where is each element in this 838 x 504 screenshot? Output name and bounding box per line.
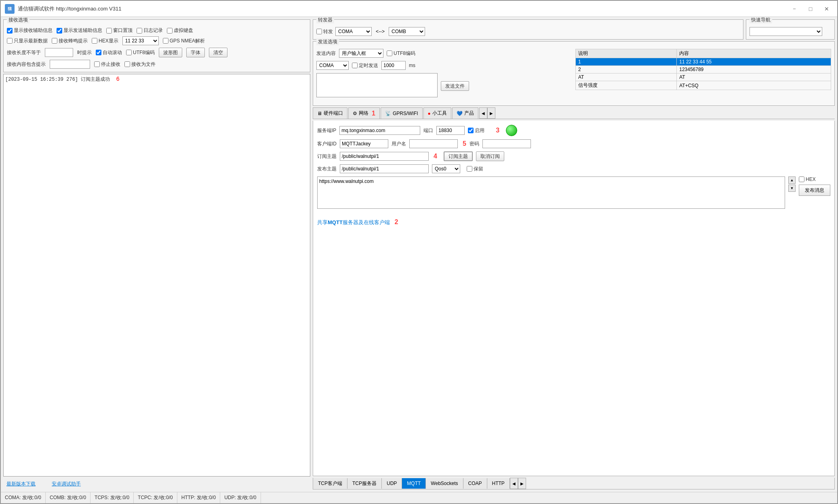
log-record-checkbox[interactable]: 日志记录 [137, 27, 163, 34]
port-label: 端口 [423, 127, 433, 134]
username-input[interactable] [409, 139, 458, 148]
gprs-icon: 📡 [385, 111, 391, 116]
send-options-title: 发送选项 [316, 38, 339, 45]
table-row[interactable]: 1 11 22 33 44 55 [576, 58, 831, 66]
content-remind-input[interactable] [50, 60, 90, 69]
status-coma: COMA: 发/收:0/0 [1, 492, 46, 503]
server-ip-input[interactable] [339, 126, 420, 135]
new-version-link[interactable]: 最新版本下载 [6, 481, 36, 487]
tab-prev-arrow[interactable]: ◀ [479, 107, 487, 119]
table-row[interactable]: 2 123456789 [576, 66, 831, 74]
send-port-select[interactable]: COMA [316, 61, 349, 70]
quick-nav-select[interactable] [750, 27, 822, 36]
hardware-port-icon: 🖥 [317, 111, 322, 116]
table-row[interactable]: 信号强度 AT+CSQ [576, 81, 831, 90]
subscribe-topic-label: 订阅主题 [317, 153, 337, 160]
function-tab-bar: 🖥 硬件端口 ⚙ 网络 1 📡 GPRS/WIFI ● 小工具 💙 [313, 107, 835, 119]
step-6-number: 6 [116, 76, 119, 82]
maximize-button[interactable]: □ [804, 4, 817, 14]
receive-options-group: 接收选项 显示接收辅助信息 显示发送辅助信息 [3, 19, 310, 72]
show-latest-checkbox[interactable]: 只显示最新数据 [7, 38, 48, 44]
window-top-checkbox[interactable]: 窗口置顶 [106, 27, 133, 34]
retain-checkbox[interactable]: 保留 [467, 166, 483, 172]
password-input[interactable] [482, 139, 531, 148]
receive-area: [2023-09-15 16:25:39 276] 订阅主题成功 6 [3, 74, 310, 477]
hex-select[interactable]: 11 22 33 [122, 36, 159, 45]
proto-tab-tcp-client[interactable]: TCP客户端 [313, 478, 347, 489]
proto-tab-udp[interactable]: UDP [382, 478, 402, 489]
tab-network[interactable]: ⚙ 网络 1 [348, 107, 380, 119]
tab-next-arrow[interactable]: ▶ [487, 107, 495, 119]
table-cell-content: 123456789 [677, 66, 831, 74]
hex-display-checkbox[interactable]: HEX显示 [92, 38, 118, 44]
send-text-area[interactable] [316, 73, 438, 97]
network-icon: ⚙ [353, 111, 357, 116]
client-id-input[interactable] [340, 139, 388, 148]
scroll-up-button[interactable]: ▲ [788, 176, 796, 184]
virtual-keyboard-checkbox[interactable]: 虚拟键盘 [167, 27, 193, 34]
forwarder-title: 转发器 [316, 17, 334, 23]
send-utf8-checkbox[interactable]: UTF8编码 [387, 50, 415, 57]
bottom-links: 最新版本下载 安卓调试助手 [3, 478, 310, 489]
beep-checkbox[interactable]: 接收蜂鸣提示 [52, 38, 88, 44]
close-button[interactable]: ✕ [820, 4, 833, 14]
waveform-button[interactable]: 波形图 [159, 48, 182, 57]
scroll-down-button[interactable]: ▼ [788, 185, 796, 192]
minimize-button[interactable]: － [788, 4, 801, 14]
shared-mqtt-link[interactable]: 共享MQTT服务器及在线客户端 [317, 219, 391, 225]
ms-label: ms [409, 63, 415, 68]
subscribe-button[interactable]: 订阅主题 [444, 151, 473, 161]
proto-tab-tcp-server[interactable]: TCP服务器 [347, 478, 382, 489]
auto-scroll-checkbox[interactable]: 自动滚动 [96, 49, 122, 56]
publish-content-area[interactable]: https://www.walnutpi.com [317, 176, 785, 209]
timed-ms-input[interactable] [381, 61, 406, 70]
subscribe-topic-input[interactable] [340, 152, 429, 161]
publish-message-button[interactable]: 发布消息 [799, 185, 830, 196]
utf8-checkbox[interactable]: UTF8编码 [126, 49, 155, 56]
status-http: HTTP: 发/收:0/0 [177, 492, 220, 503]
proto-tab-websockets[interactable]: WebSockets [426, 478, 463, 489]
proto-tab-http[interactable]: HTTP [487, 478, 510, 489]
publish-topic-input[interactable] [340, 164, 429, 173]
quick-send-table-area: 说明 内容 1 11 22 33 44 55 2 [575, 49, 831, 102]
unsubscribe-button[interactable]: 取消订阅 [476, 151, 504, 161]
proto-prev-arrow[interactable]: ◀ [510, 478, 518, 489]
send-file-button[interactable]: 发送文件 [441, 81, 469, 91]
android-link[interactable]: 安卓调试助手 [52, 481, 81, 487]
send-content-label: 发送内容 [316, 50, 336, 57]
username-label: 用户名 [392, 141, 406, 147]
forward-coma-select[interactable]: COMA [335, 27, 372, 36]
font-button[interactable]: 字体 [186, 48, 205, 57]
receive-as-file-checkbox[interactable]: 接收为文件 [124, 61, 156, 68]
gps-nmea-checkbox[interactable]: GPS NMEA解析 [163, 38, 205, 44]
forward-comb-select[interactable]: COMB [389, 27, 425, 36]
timed-send-checkbox[interactable]: 定时发送 [352, 62, 378, 69]
table-cell-desc: 信号强度 [576, 81, 677, 90]
tab-products[interactable]: 💙 产品 [452, 107, 478, 119]
step-2-number: 2 [394, 218, 398, 225]
clear-button[interactable]: 清空 [209, 48, 227, 57]
remind-label: 时提示 [77, 49, 92, 56]
proto-tab-mqtt[interactable]: MQTT [402, 478, 426, 489]
hex-publish-checkbox[interactable]: HEX [799, 176, 816, 182]
enable-checkbox[interactable]: 启用 [468, 127, 484, 134]
mqtt-content-area: 服务端IP 端口 启用 3 客户端ID 用户名 [313, 121, 835, 476]
qos-select[interactable]: Qos0 Qos1 Qos2 [432, 164, 460, 173]
show-send-info-checkbox[interactable]: 显示发送辅助信息 [57, 27, 102, 34]
stop-receive-checkbox[interactable]: 停止接收 [94, 61, 120, 68]
show-receive-info-checkbox[interactable]: 显示接收辅助信息 [7, 27, 53, 34]
proto-next-arrow[interactable]: ▶ [518, 478, 526, 489]
table-cell-content: AT [677, 74, 831, 81]
publish-topic-label: 发布主题 [317, 166, 337, 172]
products-icon: 💙 [457, 111, 463, 116]
port-input[interactable] [436, 126, 465, 135]
send-content-select[interactable]: 用户输入框 [339, 49, 383, 58]
proto-tab-coap[interactable]: COAP [463, 478, 487, 489]
forward-checkbox[interactable]: 转发 [316, 28, 333, 35]
status-bar: COMA: 发/收:0/0 COMB: 发/收:0/0 TCPS: 发/收:0/… [1, 492, 837, 503]
table-row[interactable]: AT AT [576, 74, 831, 81]
length-input[interactable] [45, 48, 73, 57]
tab-small-tools[interactable]: ● 小工具 [423, 107, 451, 119]
tab-hardware-port[interactable]: 🖥 硬件端口 [313, 107, 347, 119]
tab-gprs-wifi[interactable]: 📡 GPRS/WIFI [381, 107, 423, 119]
